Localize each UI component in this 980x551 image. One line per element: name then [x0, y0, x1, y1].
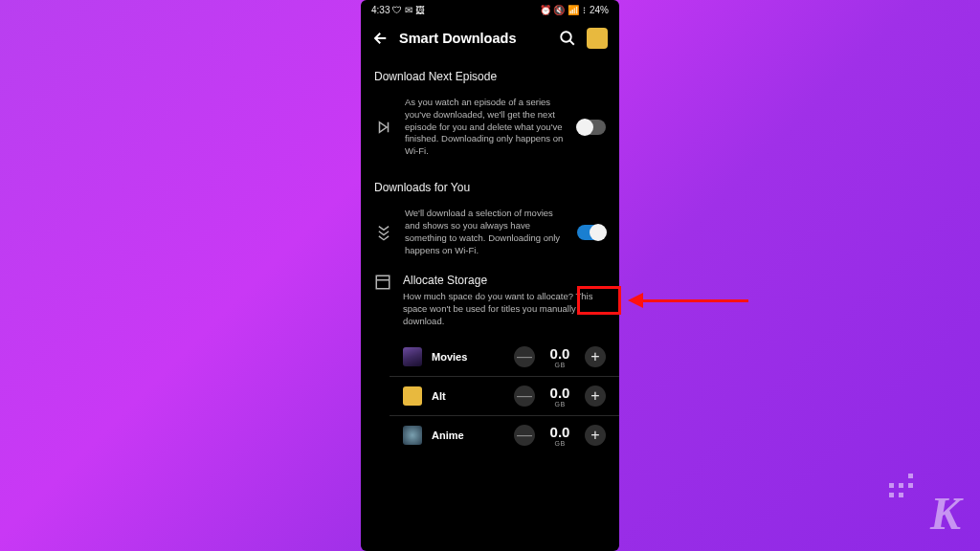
next-episode-toggle[interactable]: [577, 120, 606, 135]
anime-increase-button[interactable]: +: [585, 425, 606, 446]
alt-increase-button[interactable]: +: [585, 386, 606, 407]
anime-decrease-button[interactable]: —: [514, 425, 535, 446]
status-battery: 24%: [590, 5, 609, 15]
allocate-storage-desc: How much space do you want to allocate? …: [403, 291, 606, 327]
anime-label: Anime: [432, 430, 504, 441]
page-title: Smart Downloads: [399, 31, 548, 46]
alt-thumb: [403, 386, 422, 406]
movies-increase-button[interactable]: +: [585, 346, 606, 367]
watermark-dots: [889, 474, 913, 497]
app-header: Smart Downloads: [361, 20, 619, 60]
alt-label: Alt: [432, 390, 504, 402]
annotation-arrow: [628, 293, 748, 308]
section-title-downloads-for-you: Downloads for You: [361, 171, 619, 202]
anime-thumb: [403, 426, 422, 445]
profile-avatar[interactable]: [587, 28, 608, 49]
status-bar: 4:33 🛡 ✉ 🖼 ⏰ 🔇 📶 ⫶ 24%: [361, 0, 619, 20]
next-episode-desc: As you watch an episode of a series you'…: [405, 97, 566, 158]
downloads-for-you-desc: We'll download a selection of movies and…: [405, 208, 566, 256]
status-left-icons: 🛡 ✉ 🖼: [392, 5, 425, 15]
status-right-icons: ⏰ 🔇 📶 ⫶: [540, 5, 587, 15]
watermark-k: K: [930, 487, 961, 540]
allocate-storage-block: Allocate Storage How much space do you w…: [361, 270, 619, 337]
storage-row-movies: Movies — 0.0 GB +: [390, 338, 619, 377]
movies-decrease-button[interactable]: —: [514, 346, 535, 367]
storage-icon: [374, 274, 391, 327]
downloads-for-you-icon: [374, 224, 393, 241]
movies-thumb: [403, 347, 422, 366]
setting-row-next-episode: As you watch an episode of a series you'…: [361, 91, 619, 171]
alt-decrease-button[interactable]: —: [514, 386, 535, 407]
storage-row-anime: Anime — 0.0 GB +: [390, 416, 619, 454]
movies-value: 0.0 GB: [545, 345, 575, 368]
status-time: 4:33: [371, 5, 390, 15]
next-episode-icon: [374, 119, 393, 136]
phone-frame: 4:33 🛡 ✉ 🖼 ⏰ 🔇 📶 ⫶ 24% Smart Downloads D…: [361, 0, 619, 551]
svg-rect-1: [376, 276, 390, 290]
anime-value: 0.0 GB: [545, 424, 575, 447]
search-button[interactable]: [558, 29, 577, 48]
svg-point-0: [561, 32, 571, 42]
allocate-storage-title: Allocate Storage: [403, 274, 606, 287]
alt-value: 0.0 GB: [545, 385, 575, 408]
setting-row-downloads-for-you: We'll download a selection of movies and…: [361, 202, 619, 270]
storage-row-alt: Alt — 0.0 GB +: [390, 377, 619, 416]
downloads-for-you-toggle[interactable]: [577, 225, 606, 240]
back-button[interactable]: [372, 30, 390, 47]
movies-label: Movies: [432, 351, 504, 363]
section-title-next-episode: Download Next Episode: [361, 60, 619, 91]
